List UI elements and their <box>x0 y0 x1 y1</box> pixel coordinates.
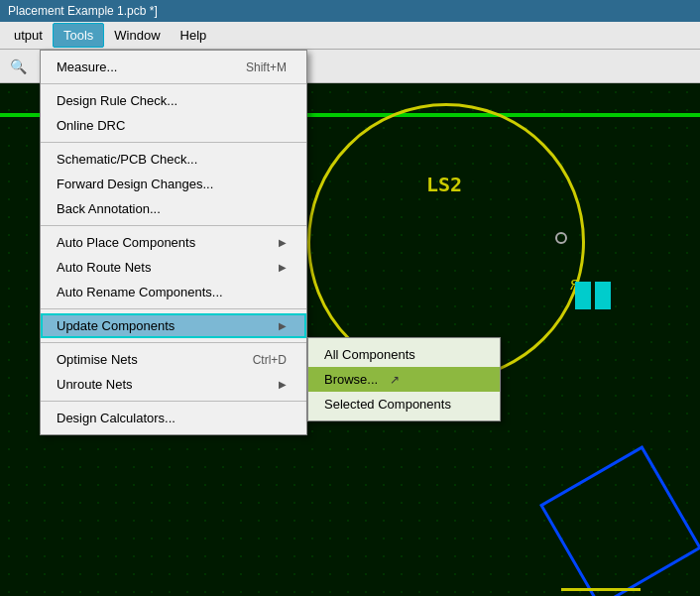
menu-back-annotation[interactable]: Back Annotation... <box>41 196 306 221</box>
cursor-icon: ↗ <box>390 373 400 387</box>
menu-update-components[interactable]: Update Components <box>41 313 306 338</box>
separator-1 <box>41 83 306 84</box>
pcb-trace-1 <box>539 445 700 596</box>
menu-auto-rename[interactable]: Auto Rename Components... <box>41 280 306 304</box>
menu-item-help[interactable]: Help <box>171 24 217 47</box>
title-text: Placement Example 1.pcb *] <box>8 4 158 18</box>
menu-item-window[interactable]: Window <box>104 24 170 47</box>
menu-item-tools[interactable]: Tools <box>53 23 104 48</box>
menu-item-output[interactable]: utput <box>4 24 53 47</box>
menu-auto-place[interactable]: Auto Place Components <box>41 230 306 255</box>
submenu-selected-components[interactable]: Selected Components <box>308 392 500 417</box>
menu-auto-route[interactable]: Auto Route Nets <box>41 255 306 280</box>
menu-forward-design[interactable]: Forward Design Changes... <box>41 172 306 196</box>
separator-6 <box>41 401 306 402</box>
pcb-pad-1 <box>575 282 591 309</box>
menu-design-calc[interactable]: Design Calculators... <box>41 406 306 430</box>
zoom-in-button[interactable]: 🔍 <box>4 54 32 79</box>
update-components-submenu: All Components Browse... ↗ Selected Comp… <box>307 337 501 421</box>
separator-5 <box>41 342 306 343</box>
pcb-trace-2 <box>561 588 641 591</box>
pcb-pad-2 <box>595 282 611 309</box>
title-bar: Placement Example 1.pcb *] <box>0 0 700 22</box>
separator-3 <box>41 225 306 226</box>
separator-2 <box>41 142 306 143</box>
menu-bar: utput Tools Window Help <box>0 22 700 50</box>
pcb-label-ls2: LS2 <box>426 173 462 196</box>
submenu-all-components[interactable]: All Components <box>308 342 500 367</box>
menu-unroute-nets[interactable]: Unroute Nets <box>41 372 306 397</box>
menu-drc[interactable]: Design Rule Check... <box>41 88 306 113</box>
menu-measure[interactable]: Measure... Shift+M <box>41 55 306 79</box>
submenu-browse[interactable]: Browse... ↗ <box>308 367 500 392</box>
tools-dropdown-menu: Measure... Shift+M Design Rule Check... … <box>40 50 307 435</box>
pcb-dot-1 <box>555 232 567 244</box>
menu-online-drc[interactable]: Online DRC <box>41 113 306 138</box>
separator-4 <box>41 308 306 309</box>
menu-optimise-nets[interactable]: Optimise Nets Ctrl+D <box>41 347 306 372</box>
menu-schematic-check[interactable]: Schematic/PCB Check... <box>41 147 306 172</box>
